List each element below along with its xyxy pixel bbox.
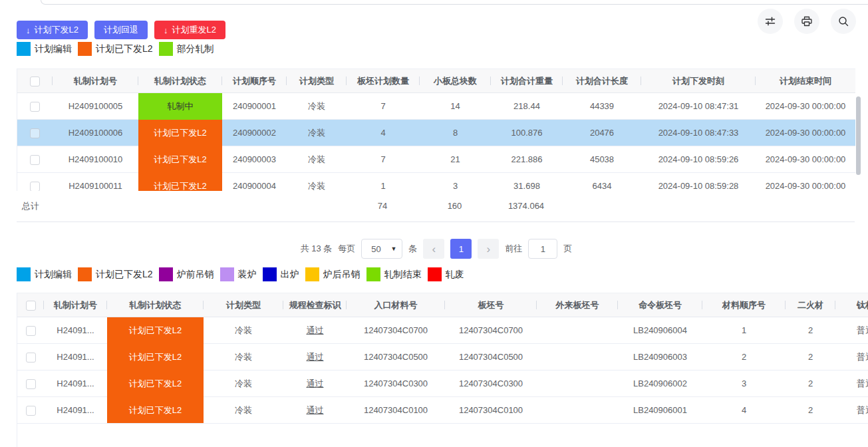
column-header-total-weight: 计划合计重量 (491, 69, 563, 93)
table-row[interactable]: H2409100011 计划已下发L2 240900004 冷装 1 3 31.… (17, 173, 855, 192)
table-row[interactable]: H24091... 计划已下发L2 冷装 通过 12407304C0100 12… (17, 397, 868, 424)
next-page-button[interactable]: › (478, 239, 499, 259)
page-unit-label: 页 (563, 243, 572, 255)
column-header-plan-status: 轧制计划状态 (138, 69, 222, 93)
status-badge: 计划已下发L2 (107, 344, 204, 371)
plan-rollback-button[interactable]: 计划回退 (94, 21, 148, 39)
legend-swatch-issued-l2 (78, 267, 92, 281)
print-icon (801, 15, 813, 27)
summary-slab-count: 74 (346, 191, 419, 222)
column-header-slab-no: 板坯号 (445, 293, 537, 317)
page-size-select[interactable]: 50 ▼ (361, 239, 402, 259)
pagination: 共 13 条 每页 50 ▼ 条 ‹ 1 › 前往 页 (17, 237, 856, 261)
table-row[interactable]: H2409100010 计划已下发L2 240900003 冷装 7 21 22… (17, 146, 855, 173)
status-badge: 计划已下发L2 (138, 173, 222, 192)
print-button[interactable] (794, 9, 819, 34)
legend-swatch-pre-furnace-cancel (159, 267, 173, 281)
column-header-plan-type: 计划类型 (204, 293, 283, 317)
table-row[interactable]: H2409100005 轧制中 240900001 冷装 7 14 218.44… (17, 93, 855, 120)
chevron-down-icon: ▼ (390, 245, 396, 252)
status-badge: 计划已下发L2 (138, 146, 222, 173)
legend-swatch-plan-edit (17, 267, 31, 281)
header-action-icons (758, 9, 856, 34)
down-arrow-icon: ↓ (164, 25, 168, 35)
material-table-header-row: 轧制计划号 轧制计划状态 计划类型 规程检查标识 入口材料号 板坯号 外来板坯号… (17, 293, 868, 317)
status-badge: 计划已下发L2 (107, 317, 204, 344)
filter-icon (764, 15, 776, 27)
plan-table-summary: 总计 74 160 1374.064 (17, 191, 855, 222)
legend-item: 计划已下发L2 (78, 42, 153, 56)
reissue-plan-l2-button[interactable]: ↓ 计划重发L2 (154, 21, 225, 39)
summary-row: 总计 74 160 1374.064 (17, 191, 855, 222)
legend-item: 部分轧制 (159, 42, 214, 56)
legend-item: 计划编辑 (17, 42, 72, 56)
table-row[interactable]: H24091... 计划已下发L2 冷装 通过 12407304C0300 12… (17, 371, 868, 397)
search-button[interactable] (831, 9, 856, 34)
column-header-plan-type: 计划类型 (287, 69, 347, 93)
filter-settings-button[interactable] (758, 9, 783, 34)
status-badge: 计划已下发L2 (107, 371, 204, 397)
column-header-material-seq: 材料顺序号 (702, 293, 786, 317)
select-all-checkbox[interactable] (26, 301, 36, 311)
rule-check-link[interactable]: 通过 (307, 352, 324, 362)
legend-swatch-roll-finished (366, 267, 380, 281)
plan-table-header-row: 轧制计划号 轧制计划状态 计划顺序号 计划类型 板坯计划数量 小板总块数 计划合… (17, 69, 855, 93)
material-table: 轧制计划号 轧制计划状态 计划类型 规程检查标识 入口材料号 板坯号 外来板坯号… (17, 293, 868, 447)
rule-check-link[interactable]: 通过 (307, 405, 324, 415)
table-scrollbar-thumb[interactable] (856, 96, 861, 175)
collapsed-panel-bottom-edge (41, 0, 868, 5)
column-header-cmd-slab-no: 命令板坯号 (618, 293, 702, 317)
row-checkbox[interactable] (26, 406, 36, 416)
table-row[interactable]: H24091... 计划已下发L2 冷装 通过 12407304C0500 12… (17, 344, 868, 371)
pagination-per-page-label: 每页 (338, 243, 355, 255)
rule-check-link[interactable]: 通过 (307, 325, 324, 335)
search-icon (837, 15, 849, 27)
legend-swatch-partial-rolled (159, 42, 173, 56)
row-checkbox[interactable] (30, 128, 40, 138)
summary-label: 总计 (17, 191, 138, 222)
legend-swatch-discharging (263, 267, 277, 281)
column-header-total-length: 计划合计长度 (563, 69, 641, 93)
select-all-header (17, 293, 44, 317)
column-header-second-fire: 二火材 (786, 293, 835, 317)
column-header-slab-count: 板坯计划数量 (347, 69, 420, 93)
legend-swatch-issued-l2 (78, 42, 92, 56)
status-badge: 轧制中 (138, 93, 222, 120)
plan-table-scroll-area: 轧制计划号 轧制计划状态 计划顺序号 计划类型 板坯计划数量 小板总块数 计划合… (17, 69, 861, 191)
legend-swatch-roll-scrapped (428, 267, 442, 281)
row-checkbox[interactable] (26, 353, 36, 363)
legend-swatch-charging (220, 267, 234, 281)
prev-page-button[interactable]: ‹ (423, 239, 444, 259)
goto-page-input[interactable] (528, 239, 557, 259)
row-checkbox[interactable] (30, 182, 40, 191)
table-row[interactable]: H24091... 计划已下发L2 冷装 通过 12407304C0700 12… (17, 317, 868, 344)
summary-weight: 1374.064 (490, 191, 562, 222)
issue-plan-l2-button[interactable]: ↓ 计划下发L2 (17, 21, 88, 39)
current-page-button[interactable]: 1 (450, 239, 472, 259)
pagination-total: 共 13 条 (301, 243, 333, 255)
row-checkbox[interactable] (26, 379, 36, 389)
select-all-header (17, 69, 53, 93)
column-header-foreign-slab-no: 外来板坯号 (537, 293, 618, 317)
plan-status-legend: 计划编辑 计划已下发L2 部分轧制 (17, 42, 220, 56)
plan-table: 轧制计划号 轧制计划状态 计划顺序号 计划类型 板坯计划数量 小板总块数 计划合… (17, 69, 861, 222)
toolbar: ↓ 计划下发L2 计划回退 ↓ 计划重发L2 (17, 21, 225, 39)
table-row-selected[interactable]: H2409100006 计划已下发L2 240900002 冷装 4 8 100… (17, 120, 855, 146)
column-header-piece-count: 小板总块数 (420, 69, 491, 93)
row-checkbox[interactable] (30, 155, 40, 165)
column-header-seq-no: 计划顺序号 (222, 69, 287, 93)
pagination-unit: 条 (408, 243, 417, 255)
column-header-ti-material: 钛材 (835, 293, 868, 317)
row-checkbox[interactable] (30, 102, 40, 112)
column-header-rule-check: 规程检查标识 (283, 293, 347, 317)
down-arrow-icon: ↓ (26, 25, 31, 35)
goto-label: 前往 (505, 243, 522, 255)
legend-swatch-post-furnace-cancel (305, 267, 319, 281)
row-checkbox[interactable] (26, 326, 36, 336)
column-header-plan-no: 轧制计划号 (53, 69, 138, 93)
select-all-checkbox[interactable] (30, 76, 40, 86)
legend-swatch-plan-edit (17, 42, 31, 56)
column-header-end-time: 计划结束时间 (756, 69, 855, 93)
column-header-issue-time: 计划下发时刻 (641, 69, 756, 93)
rule-check-link[interactable]: 通过 (307, 378, 324, 388)
